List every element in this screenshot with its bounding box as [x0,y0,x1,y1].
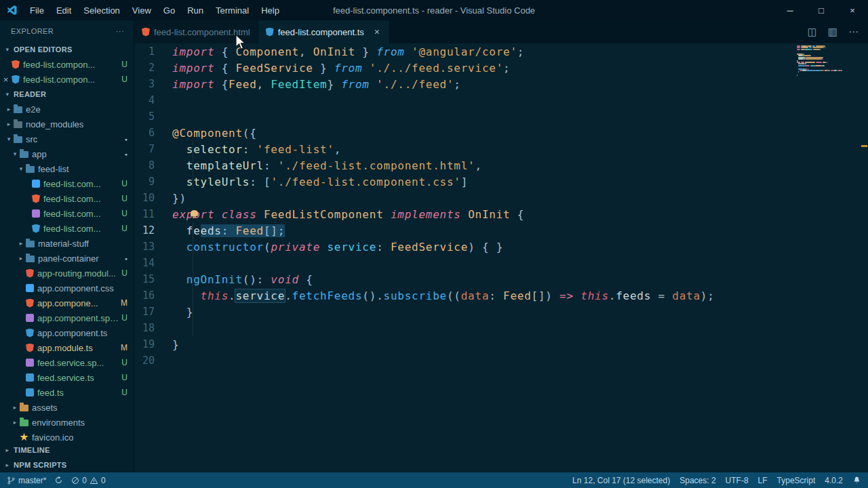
tab-feed-list-component-html[interactable]: feed-list.component.html [134,20,258,43]
code-line-13[interactable]: 13 constructor(private service: FeedServ… [134,239,868,255]
npm-scripts-header[interactable]: ▸ NPM SCRIPTS [0,458,134,472]
tree-item-feed-ts[interactable]: feed.tsU [0,385,134,400]
git-badge: U [121,358,127,367]
code-text: import { FeedService } from './../feed.s… [172,62,510,75]
item-label: feed-list.com... [43,179,101,189]
ts-version[interactable]: 4.0.2 [825,476,843,485]
code-line-11[interactable]: 11export class FeedListComponent impleme… [134,206,868,222]
item-label: node_modules [26,119,83,129]
explorer-more-icon[interactable]: ··· [116,27,124,35]
more-actions-icon[interactable]: ⋯ [848,26,859,38]
code-line-6[interactable]: 6@Component({ [134,125,868,141]
lightbulb-icon[interactable] [191,210,198,216]
notifications-bell[interactable] [852,476,861,485]
sync-icon [54,476,63,485]
open-editors-header[interactable]: ▾ OPEN EDITORS [0,42,134,57]
close-button[interactable]: × [837,0,868,20]
folder-icon [20,405,28,411]
tree-item-app-module-ts[interactable]: app.module.tsM [0,340,134,355]
file-type-icon [32,209,40,218]
close-icon[interactable]: × [0,75,12,85]
line-number: 1 [134,45,172,58]
tree-item-feed-service-sp[interactable]: feed.service.sp...U [0,355,134,370]
folder-icon [14,121,22,128]
modified-dot-icon: ● [125,137,127,142]
tree-item-app-component-css[interactable]: app.component.css [0,281,134,296]
menu-file[interactable]: File [24,0,50,20]
tree-item-favicon-ico[interactable]: favicon.ico [0,430,134,443]
menu-help[interactable]: Help [255,0,285,20]
tree-item-feed-list-com[interactable]: feed-list.com...U [0,221,134,236]
code-text: } [172,338,179,351]
tree-item-e2e[interactable]: ▸e2e [0,102,134,117]
code-line-12[interactable]: 12 feeds: Feed[]; [134,222,868,239]
minimize-button[interactable]: ─ [774,0,806,20]
timeline-header[interactable]: ▸ TIMELINE [0,443,134,458]
line-number: 9 [134,176,172,188]
indentation-status[interactable]: Spaces: 2 [679,476,715,485]
menu-edit[interactable]: Edit [50,0,77,20]
eol-status[interactable]: LF [758,476,768,485]
indent-guide [193,141,193,190]
maximize-button[interactable]: □ [806,0,837,20]
tab-strip: feed-list.component.htmlfeed-list.compon… [134,20,390,43]
line-number: 20 [134,354,172,367]
line-number: 2 [134,62,172,74]
code-line-5[interactable]: 5 [134,108,868,125]
menu-go[interactable]: Go [157,0,181,20]
code-line-9[interactable]: 9 styleUrls: ['./feed-list.component.css… [134,174,868,190]
tree-item-assets[interactable]: ▸assets [0,400,134,415]
code-line-17[interactable]: 17 } [134,304,868,320]
editor-layout-icon[interactable]: ▥ [828,26,837,38]
tree-item-environments[interactable]: ▸environments [0,415,134,430]
code-text: feeds: Feed[]; [172,224,285,237]
git-branch-status[interactable]: master* [7,476,46,485]
line-number: 4 [134,94,172,106]
tree-item-feed-list-com[interactable]: feed-list.com...U [0,176,134,191]
tree-item-material-stuff[interactable]: ▸material-stuff [0,236,134,251]
tree-item-panel-container[interactable]: ▸panel-container● [0,251,134,266]
code-line-18[interactable]: 18 [134,320,868,336]
file-type-icon [32,224,40,233]
code-line-10[interactable]: 10}) [134,190,868,206]
tree-item-feed-service-ts[interactable]: feed.service.tsU [0,370,134,385]
encoding-status[interactable]: UTF-8 [726,476,749,485]
code-line-19[interactable]: 19} [134,336,868,352]
language-mode[interactable]: TypeScript [777,476,816,485]
code-line-7[interactable]: 7 selector: 'feed-list', [134,141,868,157]
problems-status[interactable]: 0 0 [71,476,105,485]
open-editor-item[interactable]: ×feed-list.compon...U [0,72,134,87]
tree-item-feed-list-com[interactable]: feed-list.com...U [0,191,134,206]
open-editor-item[interactable]: feed-list.compon...U [0,57,134,72]
cursor-position[interactable]: Ln 12, Col 17 (12 selected) [572,476,670,485]
code-line-4[interactable]: 4 [134,92,868,108]
sync-button[interactable] [54,476,63,485]
git-badge: U [121,313,127,323]
close-icon[interactable]: × [372,26,382,37]
tree-item-app-compone[interactable]: app.compone...M [0,296,134,310]
tree-item-feed-list-com[interactable]: feed-list.com...U [0,206,134,221]
code-line-1[interactable]: 1import { Component, OnInit } from '@ang… [134,43,868,60]
workspace-header[interactable]: ▾ READER [0,87,134,102]
tree-item-feed-list[interactable]: ▾feed-list [0,161,134,176]
tree-item-app-component-ts[interactable]: app.component.ts [0,325,134,340]
code-line-15[interactable]: 15 ngOnInit(): void { [134,271,868,287]
menu-run[interactable]: Run [181,0,210,20]
menu-selection[interactable]: Selection [77,0,125,20]
tab-feed-list-component-ts[interactable]: feed-list.component.ts× [258,20,390,43]
editor[interactable]: 1import { Component, OnInit } from '@ang… [134,43,868,472]
split-editor-icon[interactable]: ◫ [808,26,817,38]
code-line-20[interactable]: 20 [134,352,868,369]
code-line-3[interactable]: 3import {Feed, FeedItem} from './../feed… [134,76,868,92]
code-line-8[interactable]: 8 templateUrl: './feed-list.component.ht… [134,157,868,174]
tree-item-app-routing-modul[interactable]: app-routing.modul...U [0,266,134,281]
code-line-2[interactable]: 2import { FeedService } from './../feed.… [134,60,868,76]
code-line-16[interactable]: 16 this.service.fetchFeeds().subscribe((… [134,287,868,304]
menu-terminal[interactable]: Terminal [210,0,255,20]
code-line-14[interactable]: 14 [134,255,868,271]
tree-item-src[interactable]: ▾src● [0,131,134,146]
tree-item-app[interactable]: ▾app● [0,146,134,161]
menu-view[interactable]: View [126,0,157,20]
tree-item-app-component-spe[interactable]: app.component.spe...U [0,310,134,325]
tree-item-node-modules[interactable]: ▸node_modules [0,117,134,131]
